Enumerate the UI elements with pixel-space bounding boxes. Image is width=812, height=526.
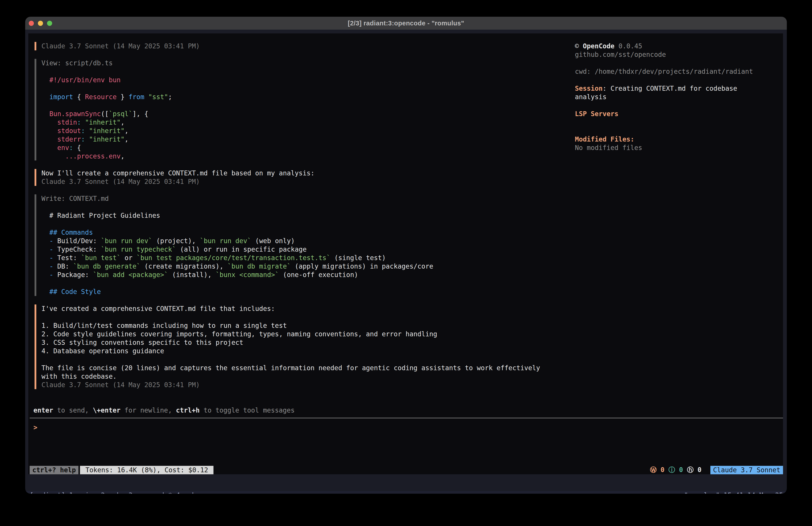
tool-block: View: script/db.ts #!/usr/bin/env bun im… xyxy=(34,59,540,160)
text-segment: OpenCode xyxy=(583,42,614,50)
terminal-line: - Package: `bun add <package>` (install)… xyxy=(41,271,433,279)
close-button[interactable] xyxy=(29,21,34,26)
terminal-line: I've created a comprehensive CONTEXT.md … xyxy=(41,304,540,313)
text-segment: ; xyxy=(168,93,172,101)
token-cost-indicator: Tokens: 16.4K (8%), Cost: $0.12 xyxy=(80,466,214,474)
accent-bar xyxy=(34,304,36,389)
tmux-window-3:opencode[interactable]: 3:opencode* xyxy=(129,492,176,494)
titlebar[interactable]: [2/3] radiant:3:opencode - "romulus" xyxy=(25,17,787,30)
text-segment: Now I'll create a comprehensive CONTEXT.… xyxy=(41,169,315,177)
text-segment: for newline, xyxy=(120,407,176,414)
tmux-window-2:zsh[interactable]: 2:zsh- xyxy=(101,492,129,494)
terminal-line: 2. Code style guidelines covering import… xyxy=(41,330,540,338)
sidebar-line: github.com/sst/opencode xyxy=(575,51,753,59)
terminal-line: - Test: `bun test` or `bun test packages… xyxy=(41,254,433,262)
text-segment: Claude 3.7 Sonnet (14 May 2025 03:41 PM) xyxy=(41,178,200,185)
text-segment: `bun add <package>` xyxy=(93,271,168,279)
terminal-line: ...process.env, xyxy=(41,152,172,160)
text-segment xyxy=(41,153,65,160)
text-segment: Resource xyxy=(85,93,117,101)
diagnostics-counts: Ⓦ 0ⓘ 0ⓗ 0 xyxy=(646,466,701,474)
text-segment xyxy=(41,93,49,101)
text-segment: stderr xyxy=(57,136,81,143)
input-divider xyxy=(30,418,783,418)
block-content: Now I'll create a comprehensive CONTEXT.… xyxy=(41,169,315,186)
message-block: I've created a comprehensive CONTEXT.md … xyxy=(34,304,540,389)
text-segment: import xyxy=(49,93,73,101)
text-segment: : Creating CONTEXT.md for codebase xyxy=(603,85,737,92)
text-segment: 2. Code style guidelines covering import… xyxy=(41,330,437,338)
text-segment: Test: xyxy=(57,254,81,262)
terminal-line: Claude 3.7 Sonnet (14 May 2025 03:41 PM) xyxy=(41,381,540,389)
text-segment xyxy=(41,127,57,134)
tmux-host-clock: "romulus" 15:41 14-May-25 xyxy=(684,491,783,494)
text-segment: from xyxy=(129,93,144,101)
sidebar-line xyxy=(575,101,753,110)
text-segment: 3. CSS styling conventions specific to t… xyxy=(41,339,243,346)
terminal-line: Claude 3.7 Sonnet (14 May 2025 03:41 PM) xyxy=(41,42,200,51)
text-segment: (install), xyxy=(168,271,216,279)
text-segment xyxy=(41,144,57,152)
accent-bar xyxy=(34,59,36,160)
text-segment: I've created a comprehensive CONTEXT.md … xyxy=(41,305,275,312)
text-segment: `bun test` xyxy=(81,254,121,262)
text-segment: 4. Database operations guidance xyxy=(41,347,164,355)
tmux-window-1:nvim[interactable]: 1:nvim xyxy=(69,492,101,494)
sidebar-line xyxy=(575,127,753,135)
text-segment: (create migrations), xyxy=(140,262,228,270)
text-segment: enter xyxy=(33,407,53,414)
message-input[interactable]: > xyxy=(33,423,783,432)
terminal-line: import { Resource } from "sst"; xyxy=(41,93,172,101)
diagnostic-hint-icon: ⓗ 0 xyxy=(687,466,701,474)
text-segment: `psql` xyxy=(109,110,133,118)
text-segment: # Radiant Project Guidelines xyxy=(41,212,160,219)
tmux-window-4:zsh[interactable]: 4:zsh xyxy=(176,492,196,494)
terminal-line xyxy=(41,101,172,110)
terminal-line: - TypeCheck: `bun run typecheck` (all) o… xyxy=(41,245,433,254)
terminal-line xyxy=(41,313,540,322)
terminal-line: Bun.spawnSync([`psql`], { xyxy=(41,110,172,118)
text-segment: to send, xyxy=(53,407,93,414)
prompt-caret: > xyxy=(33,424,38,431)
terminal-line: Write: CONTEXT.md xyxy=(41,194,433,203)
text-segment xyxy=(144,93,148,101)
text-segment xyxy=(41,246,49,253)
text-segment xyxy=(41,271,49,279)
text-segment: analysis xyxy=(575,93,607,101)
text-segment xyxy=(41,136,57,143)
terminal-line xyxy=(41,84,172,93)
text-segment: Build/Dev: xyxy=(57,237,101,245)
block-content: I've created a comprehensive CONTEXT.md … xyxy=(41,304,540,389)
chat-log: Claude 3.7 Sonnet (14 May 2025 03:41 PM)… xyxy=(34,42,540,398)
terminal-line xyxy=(41,355,540,364)
text-segment: stdin xyxy=(57,118,77,126)
desktop: [2/3] radiant:3:opencode - "romulus" Cla… xyxy=(0,0,812,526)
terminal-line: stderr: "inherit", xyxy=(41,135,172,144)
sidebar-line: cwd: /home/thdxr/dev/projects/radiant/ra… xyxy=(575,67,753,76)
terminal-line xyxy=(41,220,433,228)
text-segment: ...process.env xyxy=(65,153,121,160)
text-segment: or xyxy=(120,254,136,262)
text-segment: : xyxy=(81,136,85,143)
text-segment: github.com/sst/opencode xyxy=(575,51,666,58)
text-segment xyxy=(41,254,49,262)
text-segment: 0.0.45 xyxy=(618,42,642,50)
text-segment: (one-off execution) xyxy=(279,271,358,279)
opencode-tui: Claude 3.7 Sonnet (14 May 2025 03:41 PM)… xyxy=(28,33,783,474)
text-segment: ctrl+h xyxy=(176,407,200,414)
status-bar: ctrl+? help Tokens: 16.4K (8%), Cost: $0… xyxy=(30,466,783,474)
traffic-lights xyxy=(29,17,52,30)
text-segment: Bun.spawnSync xyxy=(49,110,101,118)
text-segment: `bun db migrate` xyxy=(228,262,291,270)
minimize-button[interactable] xyxy=(38,21,43,26)
sidebar-line xyxy=(575,76,753,84)
terminal-line: - DB: `bun db generate` (create migratio… xyxy=(41,262,433,271)
terminal-line: ## Code Style xyxy=(41,287,433,296)
text-segment: "inherit" xyxy=(89,136,125,143)
text-segment: - xyxy=(49,254,58,262)
help-shortcut: ctrl+? help xyxy=(30,466,78,474)
zoom-button[interactable] xyxy=(47,21,52,26)
text-segment: , xyxy=(120,153,125,160)
terminal-line: env: { xyxy=(41,144,172,152)
block-content: Write: CONTEXT.md # Radiant Project Guid… xyxy=(41,194,433,296)
